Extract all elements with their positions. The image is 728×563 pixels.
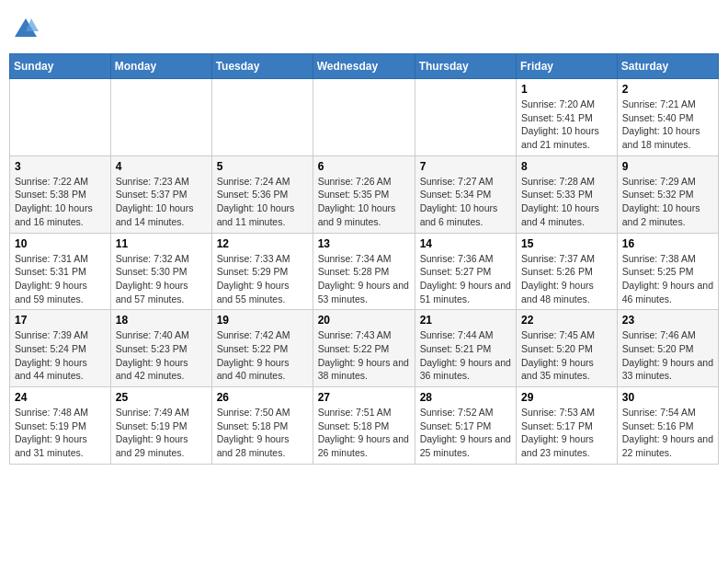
calendar-cell: 25Sunrise: 7:49 AM Sunset: 5:19 PM Dayli… xyxy=(110,387,211,465)
day-info: Sunrise: 7:34 AM Sunset: 5:28 PM Dayligh… xyxy=(318,252,410,306)
day-info: Sunrise: 7:39 AM Sunset: 5:24 PM Dayligh… xyxy=(15,328,106,383)
day-number: 5 xyxy=(217,160,308,173)
day-info: Sunrise: 7:20 AM Sunset: 5:41 PM Dayligh… xyxy=(521,98,612,152)
day-info: Sunrise: 7:24 AM Sunset: 5:36 PM Dayligh… xyxy=(217,175,308,229)
calendar-header-thursday: Thursday xyxy=(415,54,516,79)
calendar-header-friday: Friday xyxy=(517,54,618,79)
logo xyxy=(13,15,42,40)
day-number: 30 xyxy=(622,391,713,404)
calendar-header-monday: Monday xyxy=(110,54,211,79)
calendar-cell xyxy=(211,79,313,156)
day-number: 18 xyxy=(116,314,207,327)
calendar-cell xyxy=(415,79,516,156)
calendar-cell: 16Sunrise: 7:38 AM Sunset: 5:25 PM Dayli… xyxy=(617,233,718,310)
calendar-cell: 7Sunrise: 7:27 AM Sunset: 5:34 PM Daylig… xyxy=(415,155,516,233)
calendar-table: SundayMondayTuesdayWednesdayThursdayFrid… xyxy=(9,53,719,465)
day-number: 26 xyxy=(217,391,308,404)
day-number: 9 xyxy=(622,160,713,173)
day-info: Sunrise: 7:38 AM Sunset: 5:25 PM Dayligh… xyxy=(622,252,713,306)
day-number: 13 xyxy=(318,237,410,250)
day-info: Sunrise: 7:45 AM Sunset: 5:20 PM Dayligh… xyxy=(521,328,612,383)
calendar-cell: 11Sunrise: 7:32 AM Sunset: 5:30 PM Dayli… xyxy=(110,233,211,310)
day-number: 2 xyxy=(622,83,713,96)
day-number: 10 xyxy=(15,237,106,250)
calendar-week-row: 1Sunrise: 7:20 AM Sunset: 5:41 PM Daylig… xyxy=(10,79,719,156)
day-number: 3 xyxy=(15,160,106,173)
day-number: 29 xyxy=(521,391,612,404)
day-number: 22 xyxy=(521,314,612,327)
day-number: 1 xyxy=(521,83,612,96)
calendar-header-wednesday: Wednesday xyxy=(313,54,415,79)
calendar-cell: 4Sunrise: 7:23 AM Sunset: 5:37 PM Daylig… xyxy=(110,155,211,233)
day-info: Sunrise: 7:53 AM Sunset: 5:17 PM Dayligh… xyxy=(521,406,612,460)
calendar-cell: 12Sunrise: 7:33 AM Sunset: 5:29 PM Dayli… xyxy=(211,233,313,310)
calendar-cell: 24Sunrise: 7:48 AM Sunset: 5:19 PM Dayli… xyxy=(10,387,111,465)
day-info: Sunrise: 7:42 AM Sunset: 5:22 PM Dayligh… xyxy=(217,328,308,383)
calendar-cell: 17Sunrise: 7:39 AM Sunset: 5:24 PM Dayli… xyxy=(10,310,111,387)
calendar-header-tuesday: Tuesday xyxy=(211,54,313,79)
day-info: Sunrise: 7:29 AM Sunset: 5:32 PM Dayligh… xyxy=(622,175,713,229)
day-info: Sunrise: 7:54 AM Sunset: 5:16 PM Dayligh… xyxy=(622,406,713,460)
day-info: Sunrise: 7:36 AM Sunset: 5:27 PM Dayligh… xyxy=(420,252,511,306)
day-info: Sunrise: 7:28 AM Sunset: 5:33 PM Dayligh… xyxy=(521,175,612,229)
day-number: 15 xyxy=(521,237,612,250)
page-header xyxy=(9,9,719,46)
day-info: Sunrise: 7:40 AM Sunset: 5:23 PM Dayligh… xyxy=(116,328,207,383)
calendar-cell: 18Sunrise: 7:40 AM Sunset: 5:23 PM Dayli… xyxy=(110,310,211,387)
day-number: 27 xyxy=(318,391,410,404)
calendar-week-row: 3Sunrise: 7:22 AM Sunset: 5:38 PM Daylig… xyxy=(10,155,719,233)
day-number: 12 xyxy=(217,237,308,250)
calendar-cell: 14Sunrise: 7:36 AM Sunset: 5:27 PM Dayli… xyxy=(415,233,516,310)
day-number: 24 xyxy=(15,391,106,404)
calendar-cell: 6Sunrise: 7:26 AM Sunset: 5:35 PM Daylig… xyxy=(313,155,415,233)
day-info: Sunrise: 7:43 AM Sunset: 5:22 PM Dayligh… xyxy=(318,328,410,383)
calendar-cell: 28Sunrise: 7:52 AM Sunset: 5:17 PM Dayli… xyxy=(415,387,516,465)
calendar-cell: 20Sunrise: 7:43 AM Sunset: 5:22 PM Dayli… xyxy=(313,310,415,387)
day-info: Sunrise: 7:50 AM Sunset: 5:18 PM Dayligh… xyxy=(217,406,308,460)
day-info: Sunrise: 7:26 AM Sunset: 5:35 PM Dayligh… xyxy=(318,175,410,229)
calendar-cell: 26Sunrise: 7:50 AM Sunset: 5:18 PM Dayli… xyxy=(211,387,313,465)
day-number: 25 xyxy=(116,391,207,404)
day-number: 20 xyxy=(318,314,410,327)
calendar-cell xyxy=(313,79,415,156)
day-number: 28 xyxy=(420,391,511,404)
day-number: 23 xyxy=(622,314,713,327)
calendar-week-row: 17Sunrise: 7:39 AM Sunset: 5:24 PM Dayli… xyxy=(10,310,719,387)
day-number: 19 xyxy=(217,314,308,327)
calendar-cell: 21Sunrise: 7:44 AM Sunset: 5:21 PM Dayli… xyxy=(415,310,516,387)
day-number: 7 xyxy=(420,160,511,173)
calendar-cell: 23Sunrise: 7:46 AM Sunset: 5:20 PM Dayli… xyxy=(617,310,718,387)
calendar-header-saturday: Saturday xyxy=(617,54,718,79)
calendar-week-row: 10Sunrise: 7:31 AM Sunset: 5:31 PM Dayli… xyxy=(10,233,719,310)
calendar-cell: 15Sunrise: 7:37 AM Sunset: 5:26 PM Dayli… xyxy=(517,233,618,310)
calendar-cell: 29Sunrise: 7:53 AM Sunset: 5:17 PM Dayli… xyxy=(517,387,618,465)
calendar-week-row: 24Sunrise: 7:48 AM Sunset: 5:19 PM Dayli… xyxy=(10,387,719,465)
day-number: 4 xyxy=(116,160,207,173)
day-number: 16 xyxy=(622,237,713,250)
day-info: Sunrise: 7:23 AM Sunset: 5:37 PM Dayligh… xyxy=(116,175,207,229)
day-number: 17 xyxy=(15,314,106,327)
day-number: 11 xyxy=(116,237,207,250)
calendar-cell xyxy=(110,79,211,156)
day-info: Sunrise: 7:48 AM Sunset: 5:19 PM Dayligh… xyxy=(15,406,106,460)
calendar-cell: 3Sunrise: 7:22 AM Sunset: 5:38 PM Daylig… xyxy=(10,155,111,233)
day-info: Sunrise: 7:33 AM Sunset: 5:29 PM Dayligh… xyxy=(217,252,308,306)
calendar-cell: 5Sunrise: 7:24 AM Sunset: 5:36 PM Daylig… xyxy=(211,155,313,233)
calendar-cell: 19Sunrise: 7:42 AM Sunset: 5:22 PM Dayli… xyxy=(211,310,313,387)
calendar-cell: 22Sunrise: 7:45 AM Sunset: 5:20 PM Dayli… xyxy=(517,310,618,387)
day-number: 8 xyxy=(521,160,612,173)
calendar-cell: 10Sunrise: 7:31 AM Sunset: 5:31 PM Dayli… xyxy=(10,233,111,310)
logo-icon xyxy=(13,15,39,40)
calendar-cell: 1Sunrise: 7:20 AM Sunset: 5:41 PM Daylig… xyxy=(517,79,618,156)
calendar-cell: 8Sunrise: 7:28 AM Sunset: 5:33 PM Daylig… xyxy=(517,155,618,233)
day-info: Sunrise: 7:52 AM Sunset: 5:17 PM Dayligh… xyxy=(420,406,511,460)
day-info: Sunrise: 7:49 AM Sunset: 5:19 PM Dayligh… xyxy=(116,406,207,460)
calendar-header-sunday: Sunday xyxy=(10,54,111,79)
day-info: Sunrise: 7:32 AM Sunset: 5:30 PM Dayligh… xyxy=(116,252,207,306)
calendar-cell: 9Sunrise: 7:29 AM Sunset: 5:32 PM Daylig… xyxy=(617,155,718,233)
day-info: Sunrise: 7:31 AM Sunset: 5:31 PM Dayligh… xyxy=(15,252,106,306)
day-info: Sunrise: 7:21 AM Sunset: 5:40 PM Dayligh… xyxy=(622,98,713,152)
day-info: Sunrise: 7:44 AM Sunset: 5:21 PM Dayligh… xyxy=(420,328,511,383)
day-number: 6 xyxy=(318,160,410,173)
day-info: Sunrise: 7:46 AM Sunset: 5:20 PM Dayligh… xyxy=(622,328,713,383)
